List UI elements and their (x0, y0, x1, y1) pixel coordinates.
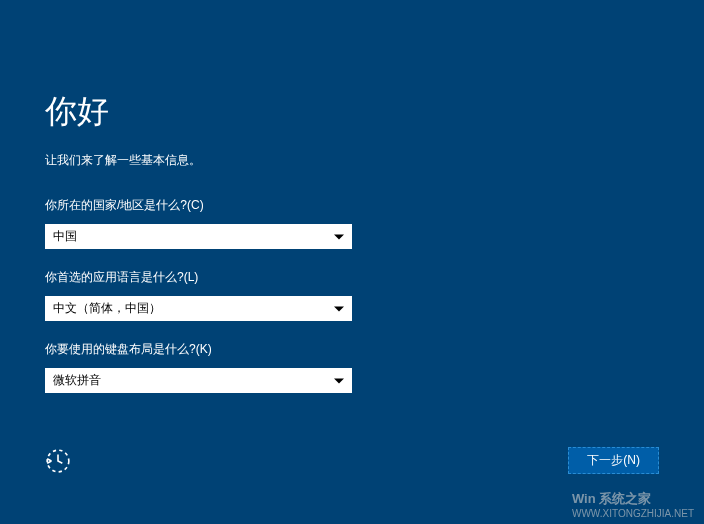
ease-of-access-button[interactable] (45, 448, 71, 474)
bottom-bar: 下一步(N) (45, 447, 659, 474)
language-label: 你首选的应用语言是什么?(L) (45, 269, 659, 286)
setup-content: 你好 让我们来了解一些基本信息。 你所在的国家/地区是什么?(C) 中国 你首选… (0, 0, 704, 393)
page-title: 你好 (45, 90, 659, 134)
language-value: 中文（简体，中国） (45, 300, 352, 317)
chevron-down-icon (334, 234, 344, 239)
keyboard-label: 你要使用的键盘布局是什么?(K) (45, 341, 659, 358)
keyboard-select[interactable]: 微软拼音 (45, 368, 352, 393)
language-select[interactable]: 中文（简体，中国） (45, 296, 352, 321)
chevron-down-icon (334, 306, 344, 311)
watermark-url: WWW.XITONGZHIJIA.NET (572, 508, 694, 519)
next-button[interactable]: 下一步(N) (568, 447, 659, 474)
country-select[interactable]: 中国 (45, 224, 352, 249)
keyboard-value: 微软拼音 (45, 372, 352, 389)
country-field-group: 你所在的国家/地区是什么?(C) 中国 (45, 197, 659, 249)
country-label: 你所在的国家/地区是什么?(C) (45, 197, 659, 214)
keyboard-field-group: 你要使用的键盘布局是什么?(K) 微软拼音 (45, 341, 659, 393)
language-field-group: 你首选的应用语言是什么?(L) 中文（简体，中国） (45, 269, 659, 321)
chevron-down-icon (334, 378, 344, 383)
ease-of-access-icon (45, 448, 71, 474)
page-subtitle: 让我们来了解一些基本信息。 (45, 152, 659, 169)
watermark-title: Win 系统之家 (572, 490, 694, 508)
country-value: 中国 (45, 228, 352, 245)
watermark: Win 系统之家 WWW.XITONGZHIJIA.NET (572, 490, 694, 519)
